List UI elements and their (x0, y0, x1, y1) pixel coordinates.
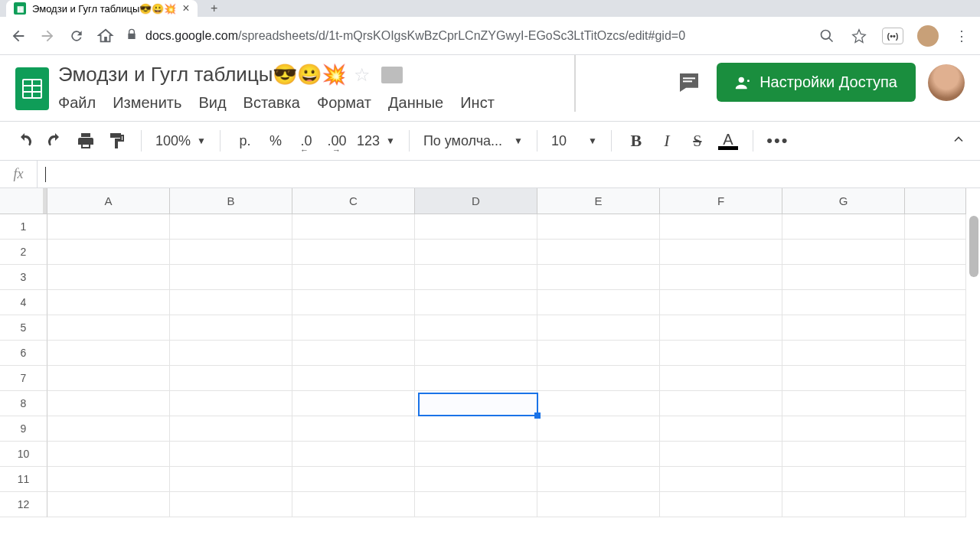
comments-button[interactable] (674, 67, 704, 98)
home-button[interactable] (96, 27, 115, 45)
cell[interactable] (47, 290, 170, 315)
cell[interactable] (660, 240, 782, 265)
cell[interactable] (905, 467, 966, 492)
cell[interactable] (170, 442, 292, 467)
cell[interactable] (782, 416, 905, 442)
cell[interactable] (415, 240, 537, 265)
column-header[interactable]: E (537, 188, 660, 214)
cell[interactable] (660, 391, 782, 416)
extension-badge[interactable]: (••) (882, 28, 903, 44)
cell[interactable] (537, 290, 660, 315)
row-header[interactable]: 4 (0, 290, 47, 315)
cell[interactable] (537, 214, 660, 240)
cell[interactable] (537, 366, 660, 391)
cell[interactable] (47, 315, 170, 341)
cell[interactable] (660, 341, 782, 366)
cell[interactable] (660, 467, 782, 492)
decrease-decimal-button[interactable]: .0← (296, 130, 317, 152)
move-folder-icon[interactable] (381, 67, 403, 83)
row-header[interactable]: 7 (0, 366, 47, 391)
cell[interactable] (537, 315, 660, 341)
cell[interactable] (170, 391, 292, 416)
cell[interactable] (415, 214, 537, 240)
bookmark-button[interactable] (850, 27, 868, 45)
cell[interactable] (170, 341, 292, 366)
cell[interactable] (660, 442, 782, 467)
row-header[interactable]: 11 (0, 467, 47, 492)
cell[interactable] (415, 442, 537, 467)
increase-decimal-button[interactable]: .00→ (326, 130, 348, 152)
cell[interactable] (415, 315, 537, 341)
cell[interactable] (782, 240, 905, 265)
font-size-combo[interactable]: 10 ▼ (551, 133, 597, 149)
cell[interactable] (537, 240, 660, 265)
column-header[interactable]: F (660, 188, 782, 214)
row-header[interactable]: 1 (0, 214, 47, 240)
cell[interactable] (47, 366, 170, 391)
row-header[interactable]: 6 (0, 341, 47, 366)
menu-view[interactable]: Вид (198, 94, 226, 112)
reload-button[interactable] (67, 27, 86, 45)
cell[interactable] (782, 492, 905, 517)
cell[interactable] (170, 265, 292, 290)
menu-file[interactable]: Файл (58, 94, 96, 112)
cell[interactable] (905, 290, 966, 315)
cell[interactable] (782, 315, 905, 341)
cell[interactable] (782, 366, 905, 391)
cell[interactable] (905, 341, 966, 366)
cell[interactable] (292, 391, 415, 416)
cell[interactable] (47, 416, 170, 442)
number-format-combo[interactable]: 123 ▼ (357, 133, 395, 149)
cell[interactable] (905, 366, 966, 391)
cell[interactable] (415, 366, 537, 391)
cell[interactable] (292, 467, 415, 492)
column-header[interactable]: A (47, 188, 170, 214)
more-tools-button[interactable]: ••• (767, 130, 789, 152)
cell[interactable] (905, 265, 966, 290)
cell[interactable] (170, 290, 292, 315)
cell[interactable] (47, 265, 170, 290)
cell[interactable] (782, 265, 905, 290)
cell[interactable] (782, 341, 905, 366)
cell[interactable] (170, 492, 292, 517)
cell[interactable] (537, 442, 660, 467)
cell[interactable] (47, 214, 170, 240)
cell[interactable] (660, 290, 782, 315)
row-header[interactable]: 10 (0, 442, 47, 467)
cell[interactable] (292, 366, 415, 391)
cell[interactable] (170, 315, 292, 341)
cell[interactable] (47, 467, 170, 492)
print-button[interactable] (75, 130, 96, 152)
cell[interactable] (660, 265, 782, 290)
column-header[interactable]: G (782, 188, 905, 214)
close-tab-icon[interactable]: × (182, 2, 189, 15)
cell[interactable] (905, 492, 966, 517)
text-color-button[interactable]: A (717, 130, 739, 152)
row-header[interactable]: 2 (0, 240, 47, 265)
cell[interactable] (905, 391, 966, 416)
cell[interactable] (292, 315, 415, 341)
cell[interactable] (292, 290, 415, 315)
cell[interactable] (47, 391, 170, 416)
menu-insert[interactable]: Вставка (243, 94, 300, 112)
cell[interactable] (415, 492, 537, 517)
cell[interactable] (170, 240, 292, 265)
cell[interactable] (905, 240, 966, 265)
cell[interactable] (537, 416, 660, 442)
cell[interactable] (47, 341, 170, 366)
row-header[interactable]: 8 (0, 391, 47, 416)
cell[interactable] (292, 265, 415, 290)
document-title[interactable]: Эмодзи и Гугл таблицы😎😀💥 (58, 63, 346, 86)
cell[interactable] (292, 442, 415, 467)
browser-profile-avatar[interactable] (917, 25, 939, 47)
cell[interactable] (537, 391, 660, 416)
cell[interactable] (415, 290, 537, 315)
account-avatar[interactable] (928, 64, 965, 101)
select-all-corner[interactable] (0, 188, 47, 214)
menu-format[interactable]: Формат (317, 94, 371, 112)
row-header[interactable]: 3 (0, 265, 47, 290)
sheets-logo[interactable] (15, 67, 49, 110)
formula-input[interactable] (37, 161, 980, 187)
cell[interactable] (905, 315, 966, 341)
cell[interactable] (782, 391, 905, 416)
